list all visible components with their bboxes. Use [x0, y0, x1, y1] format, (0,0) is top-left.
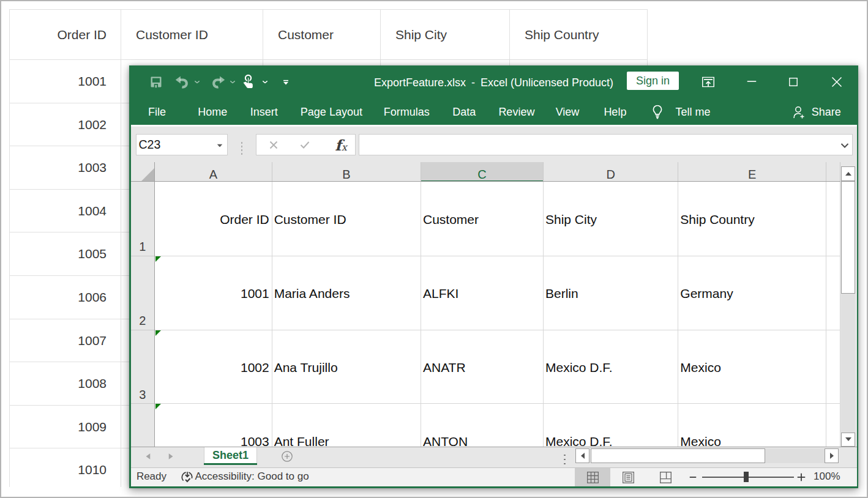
ribbon-tab-data[interactable]: Data	[452, 106, 476, 119]
sheet-nav-prev-icon[interactable]	[146, 453, 151, 459]
web-grid-cell: 1009	[10, 406, 121, 448]
minimize-button[interactable]	[747, 81, 757, 83]
web-grid-header-cell[interactable]: Customer ID	[121, 10, 263, 59]
sheet-cell[interactable]: Berlin	[545, 286, 578, 301]
undo-dropdown-icon[interactable]	[195, 80, 200, 83]
tell-me-label[interactable]: Tell me	[675, 106, 710, 119]
row-header-1[interactable]: 1	[131, 240, 155, 254]
zoom-out-icon[interactable]	[690, 476, 697, 478]
name-box-dropdown-icon[interactable]	[217, 144, 222, 147]
column-header-D[interactable]: D	[544, 162, 678, 181]
ribbon-tab-file[interactable]: File	[148, 106, 166, 119]
web-grid-header-cell[interactable]: Customer	[263, 10, 381, 59]
sheet-cell[interactable]: Customer ID	[274, 212, 346, 227]
column-header-A[interactable]: A	[155, 162, 271, 181]
ribbon-tab-insert[interactable]: Insert	[250, 106, 278, 119]
close-button[interactable]	[831, 76, 842, 87]
column-header-E[interactable]: E	[678, 162, 826, 181]
zoom-slider-thumb[interactable]	[744, 472, 749, 482]
ribbon-tab-formulas[interactable]: Formulas	[384, 106, 430, 119]
insert-function-icon[interactable]: fx	[335, 136, 346, 154]
undo-icon[interactable]	[176, 76, 189, 89]
sign-in-button[interactable]: Sign in	[627, 72, 679, 90]
sheet-cell[interactable]: Mexico	[680, 434, 721, 447]
sheet-cell[interactable]: Mexico	[680, 360, 721, 375]
formula-bar-splitter[interactable]	[241, 140, 243, 157]
name-box[interactable]: C23	[136, 134, 228, 155]
column-header-B[interactable]: B	[272, 162, 421, 181]
sheet-cell[interactable]: 1001	[241, 286, 269, 301]
sheet-nav-next-icon[interactable]	[169, 453, 173, 459]
touch-mouse-mode-icon[interactable]	[243, 75, 253, 89]
sheet-cell[interactable]: Ant Fuller	[274, 434, 329, 447]
window-border-right	[857, 99, 859, 488]
sheet-cell[interactable]: ALFKI	[423, 286, 458, 301]
web-grid-header-cell[interactable]: Ship City	[381, 10, 510, 59]
sheet-cell[interactable]: Customer	[423, 212, 479, 227]
view-page-layout-button[interactable]	[618, 468, 640, 488]
save-icon[interactable]	[151, 76, 162, 87]
web-grid-header-cell[interactable]: Ship Country	[510, 10, 648, 59]
ribbon-tab-home[interactable]: Home	[198, 106, 227, 119]
gridline-vertical	[272, 182, 272, 447]
web-grid-header-cell[interactable]: Order ID	[10, 10, 121, 59]
sheet-cell[interactable]: ANTON	[423, 434, 468, 447]
gridline-horizontal	[155, 330, 840, 330]
hscroll-track[interactable]	[765, 448, 825, 463]
sheet-cell[interactable]: Mexico D.F.	[545, 434, 613, 447]
zoom-in-icon[interactable]	[798, 473, 806, 481]
vertical-scroll-thumb[interactable]	[841, 181, 856, 294]
expand-formula-bar-icon[interactable]	[841, 143, 849, 148]
vertical-scroll-track[interactable]	[841, 294, 856, 433]
sheet-cell[interactable]: ANATR	[423, 360, 466, 375]
share-label[interactable]: Share	[812, 106, 841, 119]
tell-me-lightbulb-icon	[652, 105, 663, 119]
hscroll-right-button[interactable]	[825, 448, 839, 463]
sheet-cell[interactable]: Germany	[680, 286, 733, 301]
web-grid-cell: 1002	[10, 103, 121, 146]
formula-bar: C23 fx	[131, 127, 857, 162]
redo-icon[interactable]	[212, 76, 225, 89]
splitter-dot	[241, 142, 243, 144]
ribbon-tab-view[interactable]: View	[556, 106, 580, 119]
cancel-icon[interactable]	[269, 141, 277, 149]
hscroll-thumb[interactable]	[591, 448, 766, 463]
tab-bar-splitter[interactable]	[564, 452, 566, 467]
ribbon-tab-review[interactable]: Review	[498, 106, 534, 119]
vertical-scrollbar[interactable]	[840, 162, 856, 447]
scroll-down-button[interactable]	[841, 433, 856, 447]
sheet-cell[interactable]: Ana Trujillo	[274, 360, 338, 375]
new-sheet-button[interactable]	[282, 451, 293, 462]
cells-area[interactable]: Order IDCustomer IDCustomerShip CityShip…	[155, 182, 840, 447]
ribbon-tab-page-layout[interactable]: Page Layout	[301, 106, 362, 119]
maximize-button[interactable]	[789, 78, 798, 86]
enter-icon[interactable]	[300, 141, 309, 149]
view-normal-button[interactable]	[575, 468, 610, 488]
sheet-cell[interactable]: Ship Country	[680, 212, 754, 227]
sheet-cell[interactable]: Maria Anders	[274, 286, 350, 301]
scroll-up-button[interactable]	[841, 166, 856, 182]
sheet-tab-sheet1[interactable]: Sheet1	[204, 447, 257, 466]
web-grid-cell: 1007	[10, 319, 121, 362]
web-grid-header-row: Order IDCustomer IDCustomerShip CityShip…	[10, 10, 647, 60]
sheet-cell[interactable]: 1002	[241, 360, 269, 375]
select-all-corner[interactable]	[141, 168, 154, 181]
sheet-cell[interactable]: Mexico D.F.	[545, 360, 613, 375]
ribbon-tab-help[interactable]: Help	[604, 106, 626, 119]
touch-mode-dropdown-icon[interactable]	[263, 80, 268, 83]
sheet-cell[interactable]: Ship City	[545, 212, 597, 227]
sheet-cell[interactable]: 1003	[241, 434, 269, 447]
gridline-vertical	[543, 182, 544, 447]
hscroll-left-button[interactable]	[575, 448, 589, 463]
view-page-break-button[interactable]	[654, 468, 676, 488]
column-header-C[interactable]: C	[421, 162, 543, 181]
sheet-cell[interactable]: Order ID	[220, 212, 269, 227]
ribbon-tabs-bar: Tell me Share FileHomeInsertPage LayoutF…	[129, 99, 858, 125]
redo-dropdown-icon[interactable]	[230, 80, 235, 83]
formula-input[interactable]	[359, 134, 853, 155]
row-header-2[interactable]: 2	[131, 314, 155, 328]
ribbon-display-options-icon[interactable]	[702, 76, 714, 87]
customize-qat-icon[interactable]	[283, 80, 288, 85]
row-header-3[interactable]: 3	[131, 387, 155, 401]
cell-error-indicator	[155, 330, 161, 336]
